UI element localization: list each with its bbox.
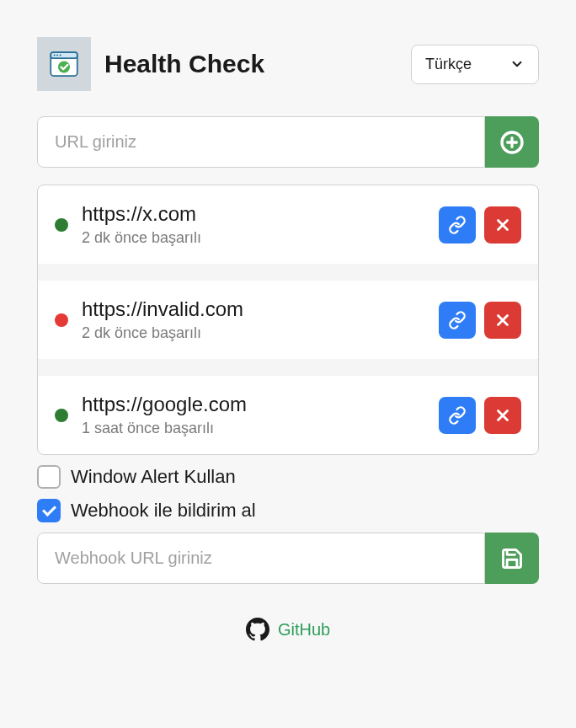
webhook-url-input[interactable]	[37, 533, 485, 584]
svg-point-3	[56, 54, 58, 56]
url-text: https://google.com	[82, 393, 425, 416]
github-label: GitHub	[278, 620, 330, 640]
url-list: https://x.com 2 dk önce başarılı https:/…	[37, 185, 539, 455]
delete-button[interactable]	[484, 302, 521, 339]
url-text: https://x.com	[82, 202, 425, 226]
open-link-button[interactable]	[439, 206, 476, 244]
status-text: 2 dk önce başarılı	[82, 229, 425, 247]
chevron-down-icon	[509, 56, 525, 72]
save-webhook-button[interactable]	[485, 533, 539, 584]
status-dot	[55, 218, 68, 232]
delete-button[interactable]	[484, 206, 521, 244]
link-icon	[448, 406, 467, 425]
open-link-button[interactable]	[439, 302, 476, 339]
github-link[interactable]: GitHub	[37, 618, 539, 641]
plus-circle-icon	[499, 129, 525, 156]
webhook-label: Webhook ile bildirim al	[71, 500, 256, 522]
webhook-checkbox[interactable]	[37, 499, 61, 522]
window-alert-label: Window Alert Kullan	[71, 466, 236, 488]
save-icon	[500, 547, 524, 570]
link-icon	[448, 311, 467, 329]
status-text: 2 dk önce başarılı	[82, 324, 425, 342]
add-url-button[interactable]	[485, 116, 539, 168]
close-icon	[493, 216, 512, 234]
list-item: https://google.com 1 saat önce başarılı	[38, 376, 538, 454]
app-logo	[37, 37, 91, 91]
url-input[interactable]	[37, 116, 485, 168]
github-icon	[246, 618, 269, 641]
list-item: https://invalid.com 2 dk önce başarılı	[38, 281, 538, 359]
language-select[interactable]: Türkçe	[411, 45, 539, 84]
page-title: Health Check	[104, 50, 264, 78]
close-icon	[493, 406, 512, 425]
list-item: https://x.com 2 dk önce başarılı	[38, 185, 538, 264]
status-dot	[55, 409, 68, 422]
svg-point-5	[58, 62, 70, 73]
delete-button[interactable]	[484, 397, 521, 434]
svg-point-4	[60, 54, 61, 56]
status-dot	[55, 313, 68, 327]
open-link-button[interactable]	[439, 397, 476, 434]
close-icon	[493, 311, 512, 329]
language-select-value: Türkçe	[425, 56, 472, 73]
window-alert-checkbox[interactable]	[37, 465, 61, 489]
svg-point-2	[54, 54, 56, 56]
url-text: https://invalid.com	[82, 297, 425, 321]
link-icon	[448, 216, 467, 234]
status-text: 1 saat önce başarılı	[82, 420, 425, 437]
